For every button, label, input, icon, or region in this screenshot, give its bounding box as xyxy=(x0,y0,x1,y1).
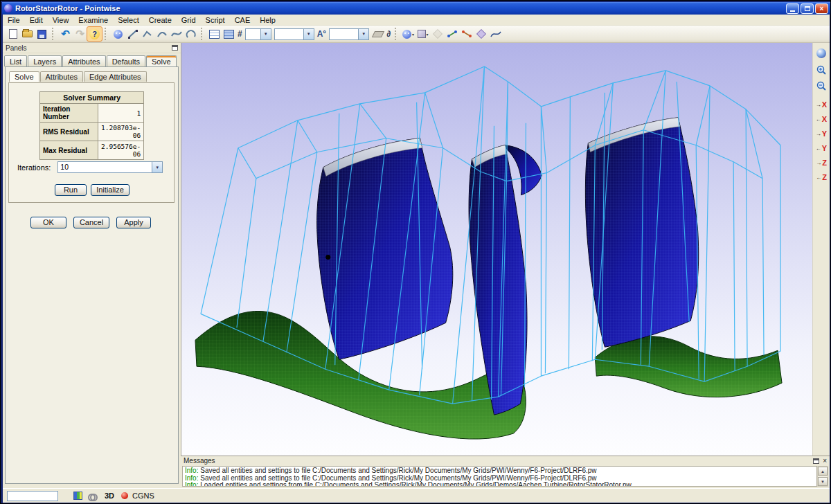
spline-tool-icon[interactable] xyxy=(169,27,184,41)
save-icon[interactable] xyxy=(35,27,49,41)
view-plus-z-button[interactable]: →Z xyxy=(814,156,828,169)
messages-scrollbar[interactable]: ▲ ▼ xyxy=(817,466,828,487)
viewport-3d[interactable] xyxy=(181,43,812,456)
connector-alt-icon[interactable] xyxy=(459,27,474,41)
viewport-3d-scene[interactable] xyxy=(181,43,812,456)
menu-item-create[interactable]: Create xyxy=(144,15,177,25)
row-label: Max Residual xyxy=(40,141,98,160)
menu-item-script[interactable]: Script xyxy=(201,15,230,25)
polyline-tool-icon[interactable] xyxy=(140,27,154,41)
menu-item-select[interactable]: Select xyxy=(113,15,144,25)
messages-log[interactable]: Info: Saved all entities and settings to… xyxy=(182,466,817,487)
menu-item-help[interactable]: Help xyxy=(255,15,280,25)
solve-tab-page: Solve Attributes Edge Attributes Solver … xyxy=(5,66,179,484)
panel-tabs: List Layers Attributes Defaults Solve xyxy=(4,55,177,66)
close-button[interactable]: × xyxy=(815,3,828,14)
dimension-hash-icon: # xyxy=(236,29,244,39)
menu-item-cae[interactable]: CAE xyxy=(230,15,256,25)
plane-icon[interactable] xyxy=(370,27,385,41)
solve-subtabs: Solve Attributes Edge Attributes xyxy=(9,71,148,82)
grid-point-marker xyxy=(325,255,330,260)
toolbar-grip xyxy=(105,28,108,40)
ok-button[interactable]: OK xyxy=(30,217,66,228)
panels-caption: Panels xyxy=(3,43,181,53)
circle-tool-icon[interactable] xyxy=(184,27,198,41)
menu-bar: File Edit View Examine Select Create Gri… xyxy=(3,15,830,26)
zoom-out-button[interactable] xyxy=(814,80,828,92)
subtab-attributes[interactable]: Attributes xyxy=(40,71,83,82)
table-row: RMS Residual 1.208703e-06 xyxy=(40,123,144,141)
arc-tool-icon[interactable] xyxy=(154,27,169,41)
view-toolbar: →X ←X →Y ←Y →Z ←Z xyxy=(812,43,830,456)
cancel-button[interactable]: Cancel xyxy=(73,217,109,228)
chevron-down-icon[interactable]: ▼ xyxy=(260,29,271,39)
spline-angle-icon[interactable] xyxy=(488,27,503,41)
iterations-combo[interactable]: 10 ▼ xyxy=(57,161,163,173)
menu-item-file[interactable]: File xyxy=(3,15,25,25)
list-item: Info: Loaded entities and settings from … xyxy=(185,482,814,487)
row-value: 1.208703e-06 xyxy=(98,123,144,141)
iterations-value[interactable]: 10 xyxy=(58,162,152,172)
row-label: Iteration Number xyxy=(40,104,98,123)
view-minus-x-button[interactable]: ←X xyxy=(814,113,828,125)
mask-icon[interactable] xyxy=(111,27,125,41)
redo-icon: ↷ xyxy=(73,27,87,41)
chevron-down-icon[interactable]: ▼ xyxy=(152,162,162,172)
status-bar: 3D CGNS xyxy=(3,488,830,503)
view-minus-y-button[interactable]: ←Y xyxy=(814,142,828,154)
line-tool-icon[interactable] xyxy=(125,27,140,41)
rotate-sphere-icon[interactable] xyxy=(814,47,828,60)
float-panel-icon[interactable] xyxy=(172,45,178,51)
spacing-combo[interactable]: ▼ xyxy=(274,28,314,40)
toolbar-grip xyxy=(52,28,55,40)
close-messages-icon[interactable]: × xyxy=(823,458,827,465)
partial-derivative-icon[interactable]: ∂ xyxy=(385,29,392,39)
chevron-down-icon[interactable]: ▼ xyxy=(303,29,314,39)
menu-item-edit[interactable]: Edit xyxy=(25,15,48,25)
scroll-down-icon[interactable]: ▼ xyxy=(818,477,828,486)
tab-layers[interactable]: Layers xyxy=(28,55,62,66)
command-input[interactable] xyxy=(7,491,58,501)
cae-solver-label: CGNS xyxy=(132,492,154,500)
messages-panel: Messages × Info: Saved all entities and … xyxy=(181,456,830,488)
menu-item-view[interactable]: View xyxy=(48,15,74,25)
solver-summary-title: Solver Summary xyxy=(40,92,144,104)
table-row: Iteration Number 1 xyxy=(40,104,144,123)
domain-diamond-icon[interactable] xyxy=(474,27,488,41)
scroll-up-icon[interactable]: ▲ xyxy=(818,467,828,476)
face-display-icon[interactable]: ▾ xyxy=(401,27,416,41)
open-file-icon[interactable] xyxy=(20,27,35,41)
panels-title: Panels xyxy=(6,44,27,52)
apply-button[interactable]: Apply xyxy=(116,217,151,228)
view-minus-z-button[interactable]: ←Z xyxy=(814,171,828,183)
tab-defaults[interactable]: Defaults xyxy=(107,55,145,66)
angle-combo[interactable]: ▼ xyxy=(329,28,369,40)
float-messages-icon[interactable] xyxy=(813,458,819,464)
title-bar[interactable]: RotorStatorRotor - Pointwise × xyxy=(2,2,830,15)
grid-status-icon[interactable] xyxy=(73,492,82,500)
shaded-grid-icon[interactable] xyxy=(222,27,236,41)
menu-item-examine[interactable]: Examine xyxy=(73,15,113,25)
structured-grid-icon[interactable] xyxy=(207,27,222,41)
undo-icon[interactable]: ↶ xyxy=(58,27,73,41)
dimension-spinner[interactable]: ▼ xyxy=(245,28,271,40)
view-plus-y-button[interactable]: →Y xyxy=(814,127,828,140)
tab-attributes[interactable]: Attributes xyxy=(62,55,105,66)
new-file-icon[interactable] xyxy=(6,27,20,41)
cube-display-icon[interactable]: ▾ xyxy=(416,27,430,41)
view-plus-x-button[interactable]: →X xyxy=(814,98,828,111)
initialize-button[interactable]: Initialize xyxy=(91,184,129,196)
help-icon[interactable]: ? xyxy=(87,27,102,41)
minimize-button[interactable] xyxy=(786,3,799,14)
tab-solve[interactable]: Solve xyxy=(146,55,177,67)
subtab-edge-attributes[interactable]: Edge Attributes xyxy=(84,71,147,82)
tab-list[interactable]: List xyxy=(4,55,27,66)
zoom-in-button[interactable] xyxy=(814,64,828,76)
chevron-down-icon[interactable]: ▼ xyxy=(358,29,368,39)
link-status-icon[interactable] xyxy=(88,493,98,499)
connector-icon[interactable] xyxy=(445,27,459,41)
restore-button[interactable] xyxy=(801,3,814,14)
menu-item-grid[interactable]: Grid xyxy=(177,15,201,25)
subtab-solve[interactable]: Solve xyxy=(9,71,39,82)
run-button[interactable]: Run xyxy=(55,184,87,196)
